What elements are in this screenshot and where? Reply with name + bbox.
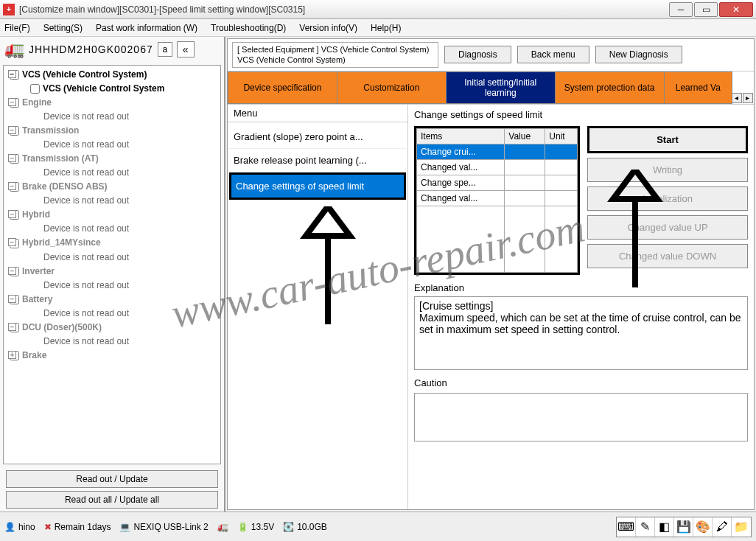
table-row[interactable]: Changed val...	[417, 190, 505, 206]
toolbar-save-icon[interactable]: 💾	[674, 517, 693, 537]
tab-initial-setting[interactable]: Initial setting/Initial learning	[446, 71, 556, 104]
collapse-sidebar-button[interactable]: «	[177, 41, 195, 57]
device-tree[interactable]: −VCS (Vehicle Control System)VCS (Vehicl…	[3, 65, 221, 464]
diagnosis-button[interactable]: Diagnosis	[444, 46, 511, 63]
menu-pane-title: Menu	[228, 105, 407, 122]
toolbar-pen-icon[interactable]: ✎	[636, 517, 655, 537]
tree-item[interactable]: Device is not read out	[4, 250, 220, 264]
menu-pane: Menu Gradient (slope) zero point a... Br…	[228, 105, 408, 509]
toolbar-eraser-icon[interactable]: ◧	[655, 517, 674, 537]
menubar: File(F) Setting(S) Past work information…	[0, 19, 756, 37]
titlebar: + [Customize main window][SC0301]-[Speed…	[0, 0, 756, 19]
tab-device-specification[interactable]: Device specification	[228, 71, 337, 104]
tab-customization[interactable]: Customization	[337, 71, 447, 104]
read-update-button[interactable]: Read out / Update	[6, 470, 218, 488]
maximize-button[interactable]: ▭	[694, 2, 718, 17]
remain-text: Remain 1days	[55, 522, 111, 532]
tree-item[interactable]: −Battery	[4, 292, 220, 306]
tree-item[interactable]: Device is not read out	[4, 137, 220, 151]
window-title: [Customize main window][SC0301]-[Speed l…	[19, 4, 669, 15]
changed-value-down-button[interactable]: Changed value DOWN	[587, 244, 748, 268]
col-items: Items	[417, 128, 505, 144]
initialization-button[interactable]: Initialization	[587, 186, 748, 211]
menu-item-gradient[interactable]: Gradient (slope) zero point a...	[229, 125, 406, 149]
tree-item[interactable]: −Engine	[4, 95, 220, 109]
detail-pane: Change settings of speed limit ItemsValu…	[408, 105, 754, 509]
read-all-update-all-button[interactable]: Read out all / Update all	[6, 491, 218, 509]
writing-button[interactable]: Writing	[587, 158, 748, 182]
laptop-icon: 💻	[119, 522, 130, 532]
back-menu-button[interactable]: Back menu	[517, 46, 589, 63]
statusbar: 👤hino ✖Remain 1days 💻NEXIQ USB-Link 2 🚛 …	[0, 512, 756, 541]
detail-title: Change settings of speed limit	[414, 109, 748, 120]
tree-item[interactable]: −Brake (DENSO ABS)	[4, 179, 220, 193]
tree-item[interactable]: −VCS (Vehicle Control System)	[4, 67, 220, 81]
caution-label: Caution	[414, 377, 748, 388]
tab-scroll-left[interactable]: ◂	[732, 93, 742, 103]
battery-icon: 🔋	[237, 522, 248, 532]
table-row[interactable]: Change spe...	[417, 175, 505, 190]
tree-item[interactable]: −Hybrid	[4, 207, 220, 221]
minimize-button[interactable]: ─	[669, 2, 693, 17]
user-icon: 👤	[4, 522, 15, 532]
selected-equipment-label: [ Selected Equipment ] VCS (Vehicle Cont…	[232, 42, 438, 68]
vin-a-button[interactable]: a	[158, 42, 172, 57]
table-row[interactable]: Change crui...	[417, 144, 505, 159]
tab-learned-values[interactable]: Learned Va	[664, 71, 732, 104]
vin-text: JHHHDM2H0GK002067	[29, 43, 153, 55]
tab-scroll-right[interactable]: ▸	[743, 93, 753, 103]
col-value: Value	[505, 128, 545, 144]
tree-item[interactable]: Device is not read out	[4, 334, 220, 348]
main-panel: [ Selected Equipment ] VCS (Vehicle Cont…	[227, 38, 755, 510]
menu-past-work[interactable]: Past work information (W)	[96, 23, 197, 33]
disk-text: 10.0GB	[297, 522, 327, 532]
tree-item[interactable]: −Transmission (AT)	[4, 151, 220, 165]
explanation-label: Explanation	[414, 282, 748, 293]
tab-scroll-nav: ◂ ▸	[732, 71, 754, 104]
toolbar-keyboard-icon[interactable]: ⌨	[617, 517, 636, 537]
truck-status-icon: 🚛	[217, 522, 228, 532]
tree-item[interactable]: −Hybrid_14MYsince	[4, 235, 220, 249]
interface-text: NEXIQ USB-Link 2	[133, 522, 208, 532]
tree-item[interactable]: Device is not read out	[4, 165, 220, 179]
menu-setting[interactable]: Setting(S)	[43, 23, 83, 33]
menu-version[interactable]: Version info(V)	[299, 23, 357, 33]
tree-item[interactable]: Device is not read out	[4, 221, 220, 235]
tree-item[interactable]: VCS (Vehicle Control System	[4, 81, 220, 95]
menu-item-brake-release[interactable]: Brake release point learning (...	[229, 149, 406, 172]
menu-file[interactable]: File(F)	[4, 23, 30, 33]
remain-icon: ✖	[44, 522, 52, 532]
voltage-text: 13.5V	[251, 522, 274, 532]
menu-item-speed-limit[interactable]: Change settings of speed limit	[229, 172, 406, 200]
table-row[interactable]: Changed val...	[417, 159, 505, 175]
new-diagnosis-button[interactable]: New Diagnosis	[595, 46, 682, 63]
tree-item[interactable]: +Brake	[4, 348, 220, 362]
user-name: hino	[18, 522, 35, 532]
menu-help[interactable]: Help(H)	[371, 23, 401, 33]
settings-table[interactable]: ItemsValueUnit Change crui... Changed va…	[414, 126, 580, 275]
start-button[interactable]: Start	[587, 126, 748, 153]
truck-icon: 🚛	[4, 40, 24, 59]
col-unit: Unit	[545, 128, 578, 144]
tree-item[interactable]: −DCU (Doser)(500K)	[4, 320, 220, 334]
disk-icon: 💽	[283, 522, 294, 532]
bottom-toolbar: ⌨ ✎ ◧ 💾 🎨 🖍 📁	[616, 517, 752, 537]
tree-item[interactable]: Device is not read out	[4, 278, 220, 292]
tree-item[interactable]: −Transmission	[4, 123, 220, 137]
tree-item[interactable]: −Inverter	[4, 264, 220, 278]
app-icon: +	[3, 4, 15, 15]
toolbar-palette-icon[interactable]: 🎨	[693, 517, 713, 537]
tab-system-protection[interactable]: System protection data	[555, 71, 665, 104]
explanation-box: [Cruise settings] Maximum speed, which c…	[414, 296, 748, 370]
changed-value-up-button[interactable]: Changed value UP	[587, 215, 748, 240]
toolbar-highlighter-icon[interactable]: 🖍	[713, 517, 732, 537]
caution-box	[414, 393, 748, 441]
tab-strip: Device specification Customization Initi…	[228, 71, 754, 104]
tree-item[interactable]: Device is not read out	[4, 306, 220, 320]
sidebar: 🚛 JHHHDM2H0GK002067 a « −VCS (Vehicle Co…	[0, 37, 225, 512]
toolbar-folder-icon[interactable]: 📁	[732, 517, 751, 537]
close-button[interactable]: ✕	[719, 2, 753, 17]
tree-item[interactable]: Device is not read out	[4, 109, 220, 123]
menu-troubleshooting[interactable]: Troubleshooting(D)	[211, 23, 286, 33]
tree-item[interactable]: Device is not read out	[4, 193, 220, 207]
